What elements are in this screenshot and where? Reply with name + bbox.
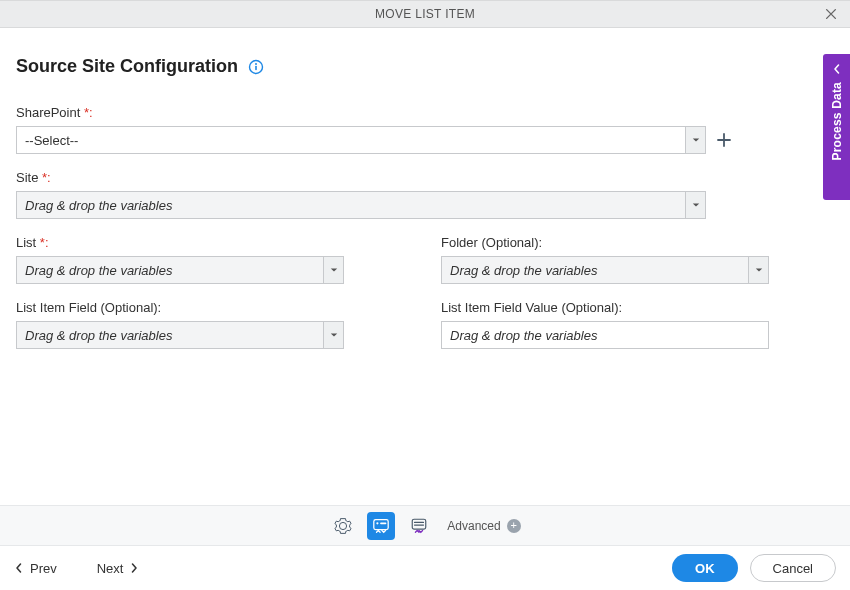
process-data-tab[interactable]: Process Data xyxy=(823,54,850,200)
list-placeholder: Drag & drop the variables xyxy=(17,263,323,278)
sharepoint-value: --Select-- xyxy=(17,133,685,148)
field-item-value: List Item Field Value (Optional): Drag &… xyxy=(441,300,834,349)
item-field-label: List Item Field (Optional): xyxy=(16,300,409,315)
add-sharepoint-button[interactable] xyxy=(714,130,734,150)
svg-rect-2 xyxy=(255,65,257,69)
mapping-button[interactable] xyxy=(367,512,395,540)
page-title: Source Site Configuration xyxy=(16,56,238,77)
plus-icon xyxy=(716,132,732,148)
svg-rect-3 xyxy=(374,519,388,529)
folder-dropdown-button[interactable] xyxy=(748,257,768,283)
chevron-down-icon xyxy=(692,201,700,209)
site-label: Site *: xyxy=(16,170,834,185)
plus-badge-icon: + xyxy=(507,519,521,533)
prev-label: Prev xyxy=(30,561,57,576)
item-value-input[interactable]: Drag & drop the variables xyxy=(441,321,769,349)
chevron-left-icon xyxy=(832,64,842,74)
field-item-field: List Item Field (Optional): Drag & drop … xyxy=(16,300,409,349)
site-input[interactable]: Drag & drop the variables xyxy=(16,191,706,219)
page-title-row: Source Site Configuration xyxy=(16,56,834,77)
info-icon[interactable] xyxy=(248,59,264,75)
field-site: Site *: Drag & drop the variables xyxy=(16,170,834,219)
advanced-toggle[interactable]: Advanced + xyxy=(447,519,520,533)
next-button[interactable]: Next xyxy=(97,561,140,576)
chevron-down-icon xyxy=(330,266,338,274)
footer: Prev Next OK Cancel xyxy=(0,545,850,590)
toolbar: Advanced + xyxy=(0,505,850,545)
content-area: Source Site Configuration SharePoint *: … xyxy=(0,28,850,365)
list-dropdown-button[interactable] xyxy=(323,257,343,283)
list-label: List *: xyxy=(16,235,409,250)
list-swap-icon xyxy=(410,517,428,535)
button-group: OK Cancel xyxy=(672,554,836,582)
chevron-left-icon xyxy=(14,563,24,573)
dialog-header: MOVE LIST ITEM xyxy=(0,0,850,28)
next-label: Next xyxy=(97,561,124,576)
chevron-right-icon xyxy=(129,563,139,573)
variables-button[interactable] xyxy=(405,512,433,540)
field-folder: Folder (Optional): Drag & drop the varia… xyxy=(441,235,834,284)
sharepoint-select[interactable]: --Select-- xyxy=(16,126,706,154)
ok-button[interactable]: OK xyxy=(672,554,738,582)
svg-point-1 xyxy=(255,63,257,65)
process-data-label: Process Data xyxy=(830,82,844,160)
folder-input[interactable]: Drag & drop the variables xyxy=(441,256,769,284)
field-list: List *: Drag & drop the variables xyxy=(16,235,409,284)
dialog-title: MOVE LIST ITEM xyxy=(375,7,475,21)
prev-button[interactable]: Prev xyxy=(14,561,57,576)
close-button[interactable] xyxy=(822,5,840,23)
field-sharepoint: SharePoint *: --Select-- xyxy=(16,105,834,154)
gear-icon xyxy=(334,517,352,535)
settings-button[interactable] xyxy=(329,512,357,540)
svg-point-4 xyxy=(377,522,379,524)
close-icon xyxy=(824,7,838,21)
item-field-placeholder: Drag & drop the variables xyxy=(17,328,323,343)
site-dropdown-button[interactable] xyxy=(685,192,705,218)
sharepoint-label: SharePoint *: xyxy=(16,105,834,120)
sharepoint-dropdown-button[interactable] xyxy=(685,127,705,153)
advanced-label: Advanced xyxy=(447,519,500,533)
item-value-placeholder: Drag & drop the variables xyxy=(442,328,768,343)
item-field-input[interactable]: Drag & drop the variables xyxy=(16,321,344,349)
item-value-label: List Item Field Value (Optional): xyxy=(441,300,834,315)
chevron-down-icon xyxy=(692,136,700,144)
cancel-button[interactable]: Cancel xyxy=(750,554,836,582)
site-placeholder: Drag & drop the variables xyxy=(17,198,685,213)
folder-label: Folder (Optional): xyxy=(441,235,834,250)
folder-placeholder: Drag & drop the variables xyxy=(442,263,748,278)
item-field-dropdown-button[interactable] xyxy=(323,322,343,348)
nav-group: Prev Next xyxy=(14,561,139,576)
chevron-down-icon xyxy=(330,331,338,339)
svg-rect-6 xyxy=(413,519,427,529)
svg-rect-5 xyxy=(380,522,386,524)
list-input[interactable]: Drag & drop the variables xyxy=(16,256,344,284)
chevron-down-icon xyxy=(755,266,763,274)
mapping-icon xyxy=(372,517,390,535)
